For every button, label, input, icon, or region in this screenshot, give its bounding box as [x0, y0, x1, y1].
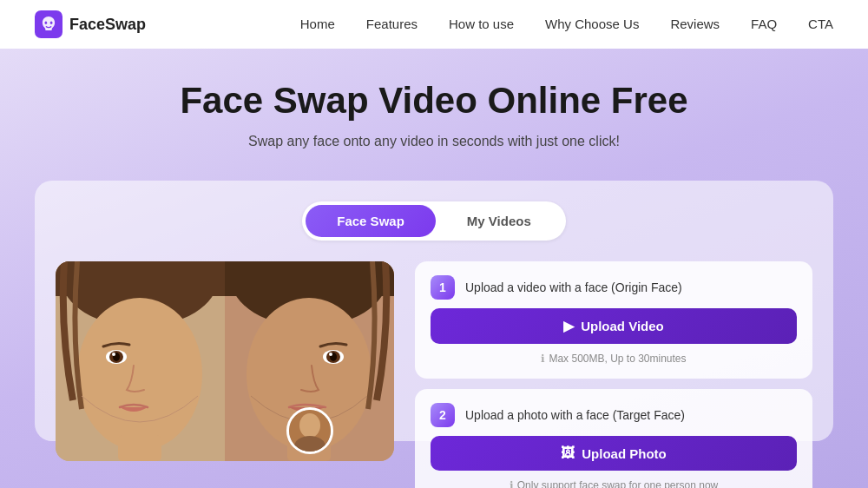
steps-panel: 1 Upload a video with a face (Origin Fac…: [415, 261, 812, 488]
face-left-svg: [56, 261, 225, 461]
upload-photo-icon: 🖼: [561, 445, 575, 461]
hero-title: Face Swap Video Online Free: [17, 80, 851, 122]
nav-links: Home Features How to use Why Choose Us R…: [300, 16, 833, 32]
step-2-number: 2: [431, 403, 455, 427]
navbar: FaceSwap Home Features How to use Why Ch…: [0, 0, 868, 49]
nav-item-reviews[interactable]: Reviews: [670, 16, 720, 32]
avatar-circle: [286, 407, 333, 454]
content-card: Face Swap My Videos: [35, 181, 833, 441]
step-2-hint: ℹ Only support face swap for one person …: [431, 479, 797, 488]
nav-item-home[interactable]: Home: [300, 16, 335, 32]
step-1-hint: ℹ Max 500MB, Up to 30minutes: [431, 353, 797, 365]
face-preview: [56, 261, 394, 461]
upload-video-button[interactable]: ▶ Upload Video: [431, 308, 797, 344]
svg-point-10: [112, 353, 115, 356]
tab-face-swap[interactable]: Face Swap: [306, 205, 436, 237]
hero-subtitle: Swap any face onto any video in seconds …: [17, 134, 851, 149]
hint-icon-1: ℹ: [541, 353, 545, 365]
hero-section: Face Swap Video Online Free Swap any fac…: [0, 49, 868, 167]
lower-section: 1 Upload a video with a face (Origin Fac…: [56, 261, 812, 488]
logo-text: FaceSwap: [69, 16, 146, 34]
nav-item-features[interactable]: Features: [366, 16, 418, 32]
upload-video-label: Upload Video: [581, 319, 664, 333]
svg-point-2: [50, 21, 53, 24]
svg-point-19: [329, 353, 332, 356]
step-2-label: Upload a photo with a face (Target Face): [465, 408, 685, 422]
avatar-svg: [289, 410, 331, 452]
upload-photo-label: Upload Photo: [582, 446, 667, 461]
step-1-label: Upload a video with a face (Origin Face): [465, 280, 682, 294]
step-1-card: 1 Upload a video with a face (Origin Fac…: [415, 261, 812, 379]
nav-item-faq[interactable]: FAQ: [751, 16, 777, 32]
logo-icon: [35, 10, 62, 38]
step-1-header: 1 Upload a video with a face (Origin Fac…: [431, 275, 797, 300]
svg-point-6: [77, 298, 202, 451]
nav-item-why-choose-us[interactable]: Why Choose Us: [545, 16, 639, 32]
tabs-container: Face Swap My Videos: [302, 201, 565, 241]
svg-rect-14: [225, 261, 394, 296]
nav-item-cta[interactable]: CTA: [808, 16, 833, 32]
step-1-number: 1: [431, 275, 455, 300]
step-2-card: 2 Upload a photo with a face (Target Fac…: [415, 389, 812, 488]
tab-my-videos[interactable]: My Videos: [436, 205, 562, 237]
face-right-half: [225, 261, 394, 461]
logo[interactable]: FaceSwap: [35, 10, 146, 38]
svg-point-22: [299, 413, 320, 438]
svg-rect-11: [118, 435, 161, 461]
hint-icon-2: ℹ: [510, 479, 514, 488]
upload-photo-button[interactable]: 🖼 Upload Photo: [431, 436, 797, 471]
upload-video-icon: ▶: [563, 318, 574, 334]
nav-item-how-to-use[interactable]: How to use: [449, 16, 514, 32]
svg-point-1: [45, 21, 48, 24]
svg-rect-5: [56, 261, 225, 296]
step-2-header: 2 Upload a photo with a face (Target Fac…: [431, 403, 797, 427]
face-left-half: [56, 261, 225, 461]
